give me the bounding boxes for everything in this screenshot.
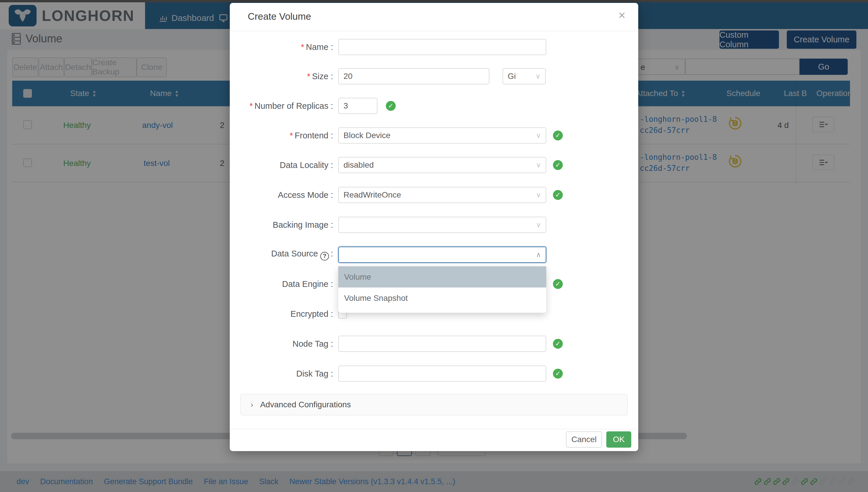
column-schedule: Schedule — [726, 81, 760, 106]
access-mode-label: Access Mode : — [230, 190, 333, 200]
longhorn-bull-icon — [9, 5, 36, 26]
size-input[interactable] — [338, 68, 489, 84]
data-locality-value: disabled — [344, 161, 374, 170]
page-title: Volume — [11, 32, 63, 45]
backing-image-select[interactable]: ∨ — [338, 217, 546, 233]
required-asterisk: * — [290, 131, 293, 140]
size-label: Size : — [312, 72, 333, 81]
field-data-source: Data Source?: ∧ — [230, 247, 638, 263]
attached-to-link[interactable]: -longhorn-pool1-8cc26d-57crr — [640, 114, 721, 136]
size-unit-value: Gi — [508, 72, 516, 81]
cancel-button[interactable]: Cancel — [566, 432, 602, 448]
footer-link-file-issue[interactable]: File an Issue — [204, 477, 248, 486]
chevron-down-icon: ∨ — [536, 221, 541, 229]
chevron-down-icon: ∨ — [536, 191, 541, 199]
column-operation: Operation — [816, 81, 852, 106]
delete-label: Delete — [14, 63, 37, 72]
column-name[interactable]: Name ▲▼ — [150, 81, 179, 106]
column-operation-label: Operation — [816, 89, 852, 98]
create-volume-modal: Create Volume × *Name : *Size : Gi ∨ *Nu… — [230, 3, 638, 451]
attach-label: Attach — [40, 63, 63, 72]
column-attached-to[interactable]: Attached To ▲▼ — [635, 81, 685, 106]
name-input[interactable] — [338, 39, 546, 55]
data-source-dropdown: Volume Volume Snapshot — [338, 266, 546, 313]
volume-name-link[interactable]: test-vol — [144, 159, 170, 168]
advanced-configurations-label: Advanced Configurations — [260, 400, 351, 409]
access-mode-select[interactable]: ReadWriteOnce ∨ — [338, 187, 546, 203]
clone-label: Clone — [141, 63, 162, 72]
custom-column-button[interactable]: Custom Column — [719, 30, 779, 49]
sort-icon[interactable]: ▲▼ — [92, 89, 96, 97]
close-icon[interactable]: × — [618, 9, 625, 22]
field-replicas: *Number of Replicas : ✓ — [230, 98, 638, 114]
filter-field-value-partial: e — [641, 63, 645, 72]
fixed-column-divider — [795, 81, 796, 186]
node-tag-label: Node Tag : — [230, 339, 333, 349]
advanced-configurations-toggle[interactable]: › Advanced Configurations — [240, 394, 628, 415]
brand[interactable]: LONGHORN — [0, 2, 145, 29]
volume-name-link[interactable]: andy-vol — [142, 121, 173, 130]
valid-check-icon: ✓ — [553, 369, 563, 378]
footer-link-slack[interactable]: Slack — [259, 477, 278, 486]
data-locality-select[interactable]: disabled ∨ — [338, 157, 546, 173]
sort-icon[interactable]: ▲▼ — [175, 89, 179, 97]
dropdown-option-volume-snapshot[interactable]: Volume Snapshot — [338, 288, 546, 309]
field-disk-tag: Disk Tag : ✓ — [230, 366, 638, 382]
data-source-select[interactable]: ∧ — [338, 247, 546, 263]
nav-node[interactable] — [218, 5, 229, 31]
cancel-label: Cancel — [571, 435, 596, 444]
operation-menu-button[interactable] — [812, 117, 834, 132]
select-all-checkbox[interactable] — [23, 81, 32, 106]
chain-link-icon — [763, 477, 772, 486]
chevron-down-icon: ∨ — [536, 161, 541, 169]
field-node-tag: Node Tag : ✓ — [230, 336, 638, 352]
data-source-label: Data Source — [271, 249, 318, 258]
footer: dev Documentation Generate Support Bundl… — [0, 471, 868, 492]
ok-button[interactable]: OK — [606, 432, 631, 448]
filter-search-input[interactable] — [685, 58, 799, 75]
frontend-select[interactable]: Block Device ∨ — [338, 127, 546, 144]
row-checkbox[interactable] — [23, 120, 32, 129]
delete-button[interactable]: Delete — [12, 57, 38, 77]
replicas-label: Number of Replicas : — [254, 101, 333, 110]
footer-link-versions[interactable]: Newer Stable Versions (v1.3.3 v1.4.4 v1.… — [289, 477, 455, 486]
attached-to-link[interactable]: -longhorn-pool1-8cc26d-57crr — [640, 152, 721, 174]
sort-icon[interactable]: ▲▼ — [681, 89, 685, 97]
chain-link-icon — [754, 477, 762, 486]
create-volume-button[interactable]: Create Volume — [787, 30, 857, 49]
node-tag-select[interactable] — [338, 336, 546, 352]
go-button[interactable]: Go — [799, 58, 848, 75]
attach-button[interactable]: Attach — [39, 57, 64, 77]
detach-button[interactable]: Detach — [64, 57, 92, 77]
disk-tag-label: Disk Tag : — [230, 369, 333, 378]
operation-menu-button[interactable] — [812, 155, 834, 170]
column-state[interactable]: State ▲▼ — [70, 81, 96, 106]
field-size: *Size : Gi ∨ — [230, 68, 638, 84]
chain-link-icon — [819, 477, 827, 486]
size-unit-select[interactable]: Gi ∨ — [502, 68, 546, 84]
field-backing-image: Backing Image : ∨ — [230, 217, 638, 233]
help-icon[interactable]: ? — [320, 252, 329, 261]
field-data-locality: Data Locality : disabled ∨ ✓ — [230, 157, 638, 173]
footer-link-support-bundle[interactable]: Generate Support Bundle — [104, 477, 193, 486]
recurring-schedule-icon — [728, 154, 742, 169]
replicas-input[interactable] — [338, 98, 377, 114]
create-backup-button[interactable]: Create Backup — [92, 57, 137, 77]
data-locality-label: Data Locality : — [230, 161, 333, 170]
footer-link-dev[interactable]: dev — [17, 477, 29, 486]
modal-title: Create Volume — [248, 11, 311, 22]
row-checkbox[interactable] — [23, 158, 32, 167]
divider — [230, 429, 638, 429]
footer-link-documentation[interactable]: Documentation — [40, 477, 93, 486]
bar-chart-icon — [158, 13, 168, 23]
clone-button[interactable]: Clone — [137, 57, 167, 77]
divider — [230, 31, 638, 31]
dropdown-option-volume[interactable]: Volume — [338, 266, 546, 288]
state-badge: Healthy — [63, 121, 91, 130]
name-label: Name : — [306, 42, 333, 52]
nav-dashboard[interactable]: Dashboard — [158, 5, 214, 31]
chain-link-icon — [772, 477, 781, 486]
disk-tag-select[interactable] — [338, 366, 546, 382]
column-state-label: State — [70, 89, 89, 98]
chevron-down-icon: ∨ — [535, 72, 541, 80]
